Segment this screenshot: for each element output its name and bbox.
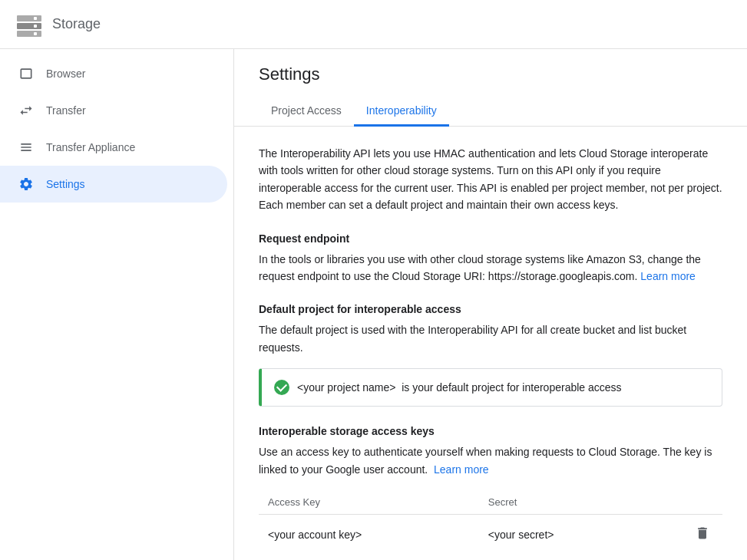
svg-rect-4: [34, 25, 37, 28]
access-keys-description: Use an access key to authenticate yourse…: [259, 443, 722, 478]
col-secret: Secret: [479, 490, 644, 515]
access-keys-learn-more[interactable]: Learn more: [434, 463, 489, 476]
default-project-box: <your project name> is your default proj…: [259, 368, 722, 407]
project-name: <your project name>: [297, 381, 395, 394]
content-area: The Interoperability API lets you use HM…: [234, 127, 747, 560]
storage-logo-icon: [15, 11, 43, 38]
access-keys-section: Interoperable storage access keys Use an…: [259, 425, 722, 560]
appliance-icon: [18, 140, 34, 155]
access-key-value: <your account key>: [259, 514, 479, 555]
sidebar-item-transfer-appliance-label: Transfer Appliance: [46, 141, 135, 153]
svg-rect-1: [17, 23, 41, 29]
tabs-bar: Project Access Interoperability: [259, 97, 722, 126]
sidebar-item-browser[interactable]: Browser: [0, 55, 227, 92]
delete-key-button[interactable]: [692, 525, 713, 547]
app-body: Browser Transfer Transfer Appliance Sett…: [0, 49, 747, 560]
top-bar: Storage: [0, 0, 747, 49]
request-endpoint-text: In the tools or libraries you use with o…: [259, 251, 722, 285]
access-keys-title: Interoperable storage access keys: [259, 425, 722, 437]
secret-value: <your secret>: [479, 514, 644, 555]
col-actions: [644, 490, 722, 515]
svg-rect-2: [17, 31, 41, 37]
sidebar-item-settings-label: Settings: [46, 178, 85, 190]
check-circle-icon: [274, 380, 289, 395]
default-project-section: Default project for interoperable access…: [259, 303, 722, 407]
interop-description: The Interoperability API lets you use HM…: [259, 145, 722, 214]
bucket-icon: [18, 66, 34, 81]
svg-rect-0: [17, 15, 41, 21]
sidebar-item-browser-label: Browser: [46, 68, 85, 80]
sidebar-item-settings[interactable]: Settings: [0, 166, 227, 203]
sidebar-item-transfer-label: Transfer: [46, 104, 86, 117]
table-header-row: Access Key Secret: [259, 490, 722, 515]
settings-icon: [18, 176, 34, 192]
sidebar-item-transfer-appliance[interactable]: Transfer Appliance: [0, 129, 227, 166]
app-title: Storage: [52, 16, 101, 32]
row-actions: [644, 514, 722, 555]
main-content: Settings Project Access Interoperability…: [234, 49, 747, 560]
project-box-text: <your project name> is your default proj…: [297, 381, 622, 394]
default-project-text: The default project is used with the Int…: [259, 321, 722, 356]
col-access-key: Access Key: [259, 490, 479, 515]
svg-rect-5: [34, 32, 37, 35]
request-endpoint-title: Request endpoint: [259, 232, 722, 245]
table-row: <your account key> <your secret>: [259, 514, 722, 555]
sidebar-item-transfer[interactable]: Transfer: [0, 92, 227, 129]
tab-project-access[interactable]: Project Access: [259, 97, 354, 127]
tab-interoperability[interactable]: Interoperability: [354, 97, 449, 127]
request-endpoint-learn-more[interactable]: Learn more: [640, 270, 696, 282]
default-project-title: Default project for interoperable access: [259, 303, 722, 315]
table-body: <your account key> <your secret>: [259, 514, 722, 555]
table-header: Access Key Secret: [259, 490, 722, 515]
project-default-label: is your default project for interoperabl…: [402, 381, 621, 394]
request-endpoint-section: Request endpoint In the tools or librari…: [259, 232, 722, 285]
svg-rect-3: [34, 17, 37, 20]
transfer-icon: [18, 103, 34, 118]
access-keys-table: Access Key Secret <your account key> <yo…: [259, 490, 722, 555]
logo: Storage: [15, 11, 101, 38]
page-title: Settings: [259, 64, 722, 84]
page-header: Settings Project Access Interoperability: [234, 49, 747, 127]
sidebar: Browser Transfer Transfer Appliance Sett…: [0, 49, 234, 560]
